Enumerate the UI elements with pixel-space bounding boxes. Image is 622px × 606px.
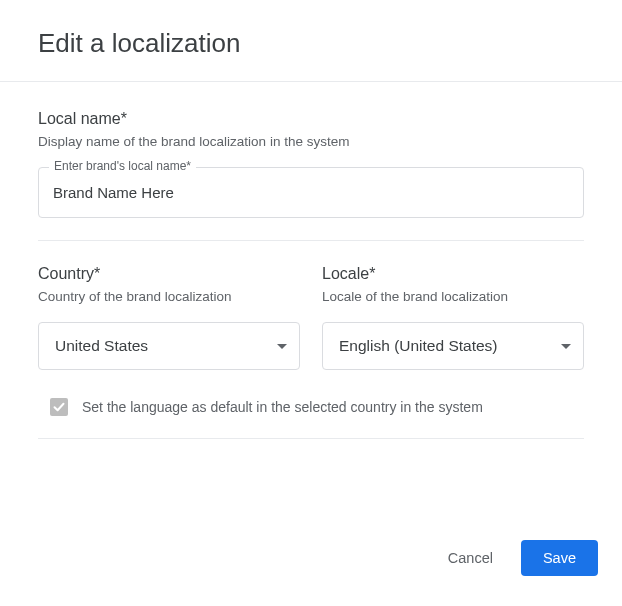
edit-localization-dialog: Edit a localization Local name* Display … [0, 0, 622, 606]
dialog-content: Local name* Display name of the brand lo… [0, 82, 622, 439]
default-language-checkbox[interactable] [50, 398, 68, 416]
locale-column: Locale* Locale of the brand localization… [322, 265, 584, 370]
country-label: Country* [38, 265, 300, 283]
local-name-input[interactable] [39, 168, 583, 217]
country-selected-value: United States [55, 337, 148, 355]
cancel-button[interactable]: Cancel [436, 542, 505, 574]
dialog-title: Edit a localization [38, 28, 584, 59]
divider [38, 240, 584, 241]
dialog-footer: Cancel Save [436, 540, 598, 576]
country-hint: Country of the brand localization [38, 289, 300, 304]
country-select[interactable]: United States [38, 322, 300, 370]
checkmark-icon [52, 400, 66, 414]
locale-hint: Locale of the brand localization [322, 289, 584, 304]
local-name-hint: Display name of the brand localization i… [38, 134, 584, 149]
country-locale-row: Country* Country of the brand localizati… [38, 265, 584, 370]
locale-selected-value: English (United States) [339, 337, 498, 355]
local-name-field-floating-label: Enter brand's local name* [49, 159, 196, 173]
chevron-down-icon [277, 344, 287, 349]
save-button[interactable]: Save [521, 540, 598, 576]
country-column: Country* Country of the brand localizati… [38, 265, 300, 370]
locale-select[interactable]: English (United States) [322, 322, 584, 370]
local-name-label: Local name* [38, 110, 584, 128]
default-language-label: Set the language as default in the selec… [82, 399, 483, 415]
dialog-header: Edit a localization [0, 0, 622, 82]
local-name-field-container: Enter brand's local name* [38, 167, 584, 218]
default-language-row: Set the language as default in the selec… [50, 398, 584, 416]
chevron-down-icon [561, 344, 571, 349]
divider [38, 438, 584, 439]
locale-label: Locale* [322, 265, 584, 283]
